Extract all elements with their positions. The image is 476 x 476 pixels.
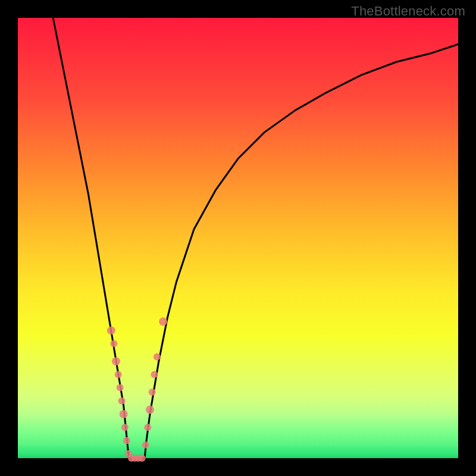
marker-right <box>146 406 154 414</box>
marker-left <box>117 384 124 392</box>
marker-left <box>121 424 129 431</box>
marker-left <box>110 340 117 347</box>
marker-right <box>149 389 156 396</box>
marker-left <box>107 326 115 334</box>
marker-right <box>151 371 158 378</box>
chart-frame: TheBottleneck.com <box>0 0 476 476</box>
marker-left <box>120 410 128 418</box>
marker-right <box>144 424 151 431</box>
marker-left <box>112 357 120 365</box>
marker-left <box>118 397 126 405</box>
marker-group <box>107 318 167 462</box>
marker-right <box>159 318 167 326</box>
watermark-text: TheBottleneck.com <box>351 4 465 19</box>
curve-group <box>53 18 458 458</box>
marker-left <box>123 437 130 444</box>
chart-svg <box>18 18 458 458</box>
marker-right <box>154 353 161 361</box>
marker-left <box>115 371 122 378</box>
plot-area <box>18 18 458 458</box>
bottleneck-curve <box>53 18 458 458</box>
marker-right <box>142 441 149 449</box>
marker-bottom <box>139 455 146 462</box>
